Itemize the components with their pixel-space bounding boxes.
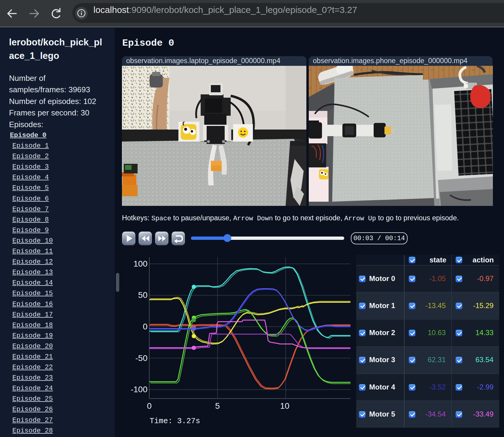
svg-text:50: 50: [138, 290, 147, 300]
svg-text:-100: -100: [131, 385, 147, 394]
svg-text:Time: 3.27s: Time: 3.27s: [150, 417, 200, 426]
svg-text:-50: -50: [135, 353, 147, 363]
svg-text:100: 100: [133, 259, 147, 268]
svg-text:0: 0: [143, 322, 147, 331]
svg-text:10: 10: [280, 401, 289, 411]
svg-text:5: 5: [215, 401, 220, 411]
svg-text:0: 0: [147, 401, 152, 411]
